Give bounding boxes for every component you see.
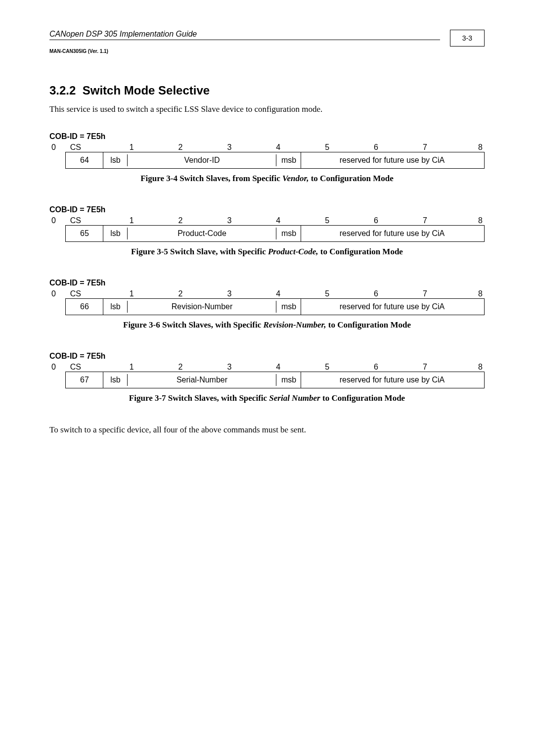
byte-4-label: 4 bbox=[254, 363, 303, 372]
section-heading: 3.2.2 Switch Mode Selective bbox=[49, 84, 485, 97]
caption-text: to Configuration Mode bbox=[326, 320, 411, 330]
payload-name: Revision-Number bbox=[128, 299, 276, 315]
byte-index-row: 0 CS 1 2 3 4 5 6 7 8 bbox=[49, 289, 485, 298]
page-header: CANopen DSP 305 Implementation Guide 3-3 bbox=[49, 30, 485, 47]
frame-data-row: 67 lsb Serial-Number msb reserved for fu… bbox=[65, 372, 485, 388]
caption-text: Figure 3-4 Switch Slaves, from Specific bbox=[140, 174, 282, 183]
frame-serial: 0 CS 1 2 3 4 5 6 7 8 67 lsb Serial-Numbe… bbox=[49, 363, 485, 388]
byte-2-label: 2 bbox=[156, 143, 205, 152]
payload-name: Serial-Number bbox=[128, 372, 276, 388]
byte-0-label: 0 bbox=[49, 216, 67, 225]
byte-8-label: 8 bbox=[449, 216, 485, 225]
cs-value: 65 bbox=[66, 226, 103, 241]
lsb-cell: lsb bbox=[103, 372, 128, 388]
msb-cell: msb bbox=[276, 299, 301, 315]
lsb-cell: lsb bbox=[103, 299, 128, 315]
byte-7-label: 7 bbox=[400, 216, 449, 225]
caption-text: Figure 3-6 Switch Slaves, with Specific bbox=[123, 320, 263, 330]
byte-7-label: 7 bbox=[400, 143, 449, 152]
frame-data-row: 66 lsb Revision-Number msb reserved for … bbox=[65, 298, 485, 315]
cs-value: 64 bbox=[66, 152, 103, 168]
byte-0-label: 0 bbox=[49, 363, 67, 372]
byte-5-label: 5 bbox=[303, 216, 352, 225]
byte-4-label: 4 bbox=[254, 143, 303, 152]
figure-caption-3-7: Figure 3-7 Switch Slaves, with Specific … bbox=[49, 393, 485, 403]
frame-revision: 0 CS 1 2 3 4 5 6 7 8 66 lsb Revision-Num… bbox=[49, 289, 485, 315]
payload-name: Vendor-ID bbox=[128, 152, 276, 168]
figure-caption-3-6: Figure 3-6 Switch Slaves, with Specific … bbox=[49, 320, 485, 330]
byte-1-label: 1 bbox=[107, 143, 156, 152]
cs-label: CS bbox=[67, 143, 107, 152]
byte-0-label: 0 bbox=[49, 289, 67, 298]
byte-8-label: 8 bbox=[449, 363, 485, 372]
byte-5-label: 5 bbox=[303, 363, 352, 372]
figure-caption-3-5: Figure 3-5 Switch Slave, with Specific P… bbox=[49, 247, 485, 257]
byte-3-label: 3 bbox=[205, 289, 254, 298]
caption-italic: Vendor, bbox=[282, 174, 309, 183]
caption-text: to Configuration Mode bbox=[318, 247, 402, 256]
byte-7-label: 7 bbox=[400, 289, 449, 298]
section-number: 3.2.2 bbox=[49, 84, 76, 97]
doc-subtitle: MAN-CAN305IG (Ver. 1.1) bbox=[49, 48, 485, 54]
cs-value: 66 bbox=[66, 299, 103, 315]
byte-index-row: 0 CS 1 2 3 4 5 6 7 8 bbox=[49, 216, 485, 225]
caption-text: Figure 3-7 Switch Slaves, with Specific bbox=[129, 393, 269, 403]
byte-3-label: 3 bbox=[205, 216, 254, 225]
byte-4-label: 4 bbox=[254, 216, 303, 225]
caption-italic: Revision-Number, bbox=[264, 320, 326, 330]
caption-italic: Product-Code, bbox=[268, 247, 318, 256]
cobid-label: COB-ID = 7E5h bbox=[49, 352, 485, 361]
frame-data-row: 65 lsb Product-Code msb reserved for fut… bbox=[65, 225, 485, 242]
page-number: 3-3 bbox=[450, 30, 485, 47]
byte-6-label: 6 bbox=[352, 143, 400, 152]
frame-data-row: 64 lsb Vendor-ID msb reserved for future… bbox=[65, 152, 485, 169]
byte-5-label: 5 bbox=[303, 143, 352, 152]
byte-6-label: 6 bbox=[352, 216, 400, 225]
cobid-label: COB-ID = 7E5h bbox=[49, 279, 485, 287]
section-intro: This service is used to switch a specifi… bbox=[49, 104, 485, 114]
byte-1-label: 1 bbox=[107, 216, 156, 225]
reserved-cell: reserved for future use by CiA bbox=[301, 152, 483, 168]
msb-cell: msb bbox=[276, 226, 301, 241]
byte-3-label: 3 bbox=[205, 143, 254, 152]
byte-index-row: 0 CS 1 2 3 4 5 6 7 8 bbox=[49, 143, 485, 152]
byte-5-label: 5 bbox=[303, 289, 352, 298]
caption-text: to Configuration Mode bbox=[309, 174, 393, 183]
caption-text: Figure 3-5 Switch Slave, with Specific bbox=[131, 247, 268, 256]
byte-2-label: 2 bbox=[156, 216, 205, 225]
byte-4-label: 4 bbox=[254, 289, 303, 298]
byte-2-label: 2 bbox=[156, 363, 205, 372]
frame-vendor: 0 CS 1 2 3 4 5 6 7 8 64 lsb Vendor-ID ms… bbox=[49, 143, 485, 169]
byte-1-label: 1 bbox=[107, 363, 156, 372]
caption-italic: Serial Number bbox=[269, 393, 322, 403]
frame-product: 0 CS 1 2 3 4 5 6 7 8 65 lsb Product-Code… bbox=[49, 216, 485, 242]
msb-cell: msb bbox=[276, 372, 301, 388]
byte-6-label: 6 bbox=[352, 363, 400, 372]
byte-7-label: 7 bbox=[400, 363, 449, 372]
reserved-cell: reserved for future use by CiA bbox=[301, 226, 483, 241]
byte-8-label: 8 bbox=[449, 143, 485, 152]
doc-title: CANopen DSP 305 Implementation Guide bbox=[49, 30, 440, 40]
byte-6-label: 6 bbox=[352, 289, 400, 298]
cs-label: CS bbox=[67, 363, 107, 372]
byte-0-label: 0 bbox=[49, 143, 67, 152]
byte-3-label: 3 bbox=[205, 363, 254, 372]
reserved-cell: reserved for future use by CiA bbox=[301, 372, 483, 388]
cs-label: CS bbox=[67, 216, 107, 225]
closing-note: To switch to a specific device, all four… bbox=[49, 425, 485, 435]
byte-1-label: 1 bbox=[107, 289, 156, 298]
msb-cell: msb bbox=[276, 152, 301, 168]
byte-index-row: 0 CS 1 2 3 4 5 6 7 8 bbox=[49, 363, 485, 372]
section-title: Switch Mode Selective bbox=[83, 84, 210, 97]
payload-name: Product-Code bbox=[128, 226, 276, 241]
figure-caption-3-4: Figure 3-4 Switch Slaves, from Specific … bbox=[49, 174, 485, 184]
lsb-cell: lsb bbox=[103, 226, 128, 241]
cobid-label: COB-ID = 7E5h bbox=[49, 205, 485, 214]
cobid-label: COB-ID = 7E5h bbox=[49, 132, 485, 141]
cs-label: CS bbox=[67, 289, 107, 298]
cs-value: 67 bbox=[66, 372, 103, 388]
byte-2-label: 2 bbox=[156, 289, 205, 298]
caption-text: to Configuration Mode bbox=[322, 393, 405, 403]
reserved-cell: reserved for future use by CiA bbox=[301, 299, 483, 315]
byte-8-label: 8 bbox=[449, 289, 485, 298]
